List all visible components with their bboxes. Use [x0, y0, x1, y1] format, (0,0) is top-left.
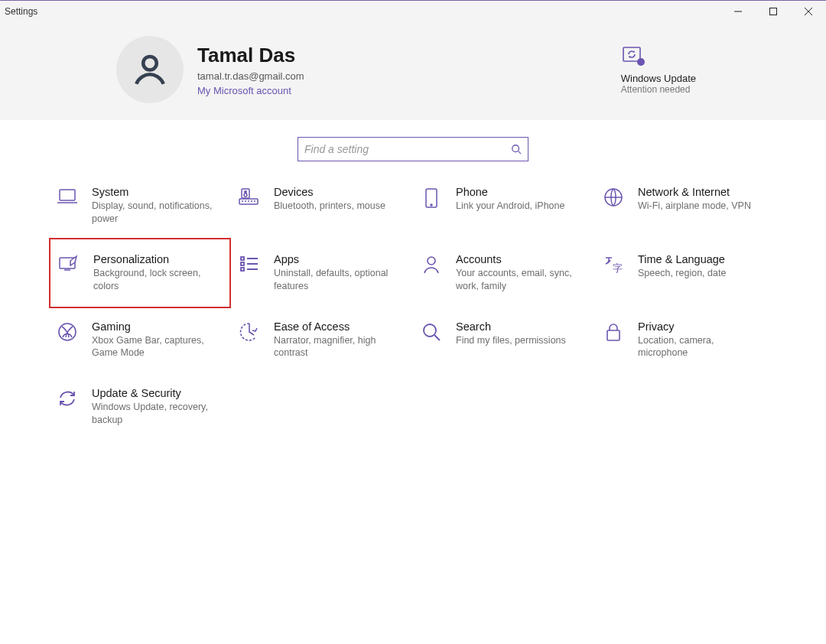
tile-desc: Your accounts, email, sync, work, family — [456, 267, 577, 293]
settings-header: Tamal Das tamal.tr.das@gmail.com My Micr… — [0, 22, 826, 120]
tile-desc: Narrator, magnifier, high contrast — [274, 334, 395, 360]
search-icon — [418, 320, 445, 342]
search-wrapper — [0, 120, 826, 184]
svg-point-4 — [512, 145, 519, 152]
tile-desc: Display, sound, notifications, power — [92, 200, 213, 226]
tile-title: System — [92, 186, 213, 198]
svg-rect-14 — [241, 257, 244, 260]
user-avatar[interactable] — [116, 36, 184, 103]
personalization-icon — [55, 253, 83, 273]
tile-title: Time & Language — [638, 253, 726, 265]
svg-point-3 — [637, 58, 645, 66]
xbox-icon — [54, 320, 81, 342]
tile-title: Apps — [274, 253, 395, 265]
svg-point-1 — [143, 57, 157, 70]
svg-text:字: 字 — [613, 262, 623, 274]
tile-gaming[interactable]: Gaming Xbox Game Bar, captures, Game Mod… — [49, 319, 231, 362]
globe-icon — [600, 186, 627, 207]
tile-title: Privacy — [638, 320, 759, 333]
tile-desc: Link your Android, iPhone — [456, 200, 564, 213]
minimize-button[interactable] — [720, 1, 756, 22]
maximize-button[interactable] — [756, 1, 791, 22]
tile-title: Network & Internet — [638, 186, 751, 198]
person-icon — [418, 253, 445, 275]
minimize-icon — [734, 8, 742, 15]
windows-update-subtitle: Attention needed — [621, 84, 696, 95]
user-block: Tamal Das tamal.tr.das@gmail.com My Micr… — [197, 44, 304, 96]
person-icon — [131, 50, 169, 89]
phone-icon — [418, 186, 445, 209]
tile-ease-of-access[interactable]: Ease of Access Narrator, magnifier, high… — [231, 319, 413, 362]
tile-update-security[interactable]: Update & Security Windows Update, recove… — [49, 385, 231, 428]
update-icon — [54, 387, 81, 408]
titlebar: Settings — [0, 1, 826, 22]
tile-desc: Background, lock screen, colors — [93, 267, 211, 293]
keyboard-speaker-icon — [236, 186, 263, 206]
svg-point-8 — [244, 194, 247, 197]
time-language-icon: 字 — [600, 253, 627, 275]
tile-devices[interactable]: Devices Bluetooth, printers, mouse — [231, 184, 413, 227]
close-icon — [805, 8, 812, 15]
sync-attention-icon — [621, 45, 696, 68]
tile-privacy[interactable]: Privacy Location, camera, microphone — [595, 319, 777, 362]
tile-title: Gaming — [92, 320, 213, 333]
window-title: Settings — [5, 6, 37, 17]
apps-list-icon — [236, 253, 263, 273]
svg-point-11 — [431, 204, 432, 206]
tile-desc: Wi-Fi, airplane mode, VPN — [638, 200, 751, 213]
tile-desc: Location, camera, microphone — [638, 334, 759, 360]
close-button[interactable] — [791, 1, 826, 22]
tile-network[interactable]: Network & Internet Wi-Fi, airplane mode,… — [595, 184, 777, 227]
svg-rect-5 — [60, 190, 75, 200]
svg-point-20 — [424, 324, 436, 337]
tile-title: Ease of Access — [274, 320, 395, 333]
svg-rect-21 — [607, 330, 620, 340]
tile-desc: Xbox Game Bar, captures, Game Mode — [92, 334, 213, 360]
tile-title: Personalization — [93, 253, 211, 265]
tile-personalization[interactable]: Personalization Background, lock screen,… — [49, 238, 231, 308]
tile-desc: Speech, region, date — [638, 267, 726, 280]
tile-search[interactable]: Search Find my files, permissions — [413, 319, 595, 362]
svg-rect-0 — [770, 8, 777, 15]
tile-phone[interactable]: Phone Link your Android, iPhone — [413, 184, 595, 227]
microsoft-account-link[interactable]: My Microsoft account — [197, 85, 304, 96]
tile-title: Search — [456, 320, 566, 333]
tile-time-language[interactable]: 字 Time & Language Speech, region, date — [595, 252, 777, 294]
tile-apps[interactable]: Apps Uninstall, defaults, optional featu… — [231, 252, 413, 294]
svg-point-17 — [428, 257, 435, 265]
settings-grid: System Display, sound, notifications, po… — [0, 184, 826, 428]
tile-desc: Bluetooth, printers, mouse — [274, 200, 385, 213]
tile-title: Devices — [274, 186, 385, 198]
tile-desc: Windows Update, recovery, backup — [92, 401, 213, 427]
windows-update-title: Windows Update — [621, 73, 696, 84]
tile-system[interactable]: System Display, sound, notifications, po… — [49, 184, 231, 227]
search-box[interactable] — [298, 137, 528, 161]
windows-update-card[interactable]: Windows Update Attention needed — [621, 45, 696, 95]
svg-rect-2 — [623, 47, 640, 61]
lock-icon — [600, 320, 627, 342]
svg-rect-16 — [241, 268, 244, 271]
laptop-icon — [54, 186, 81, 206]
svg-point-7 — [245, 191, 246, 193]
tile-title: Update & Security — [92, 387, 213, 399]
user-name: Tamal Das — [197, 44, 304, 67]
search-input[interactable] — [304, 143, 511, 155]
svg-rect-15 — [241, 262, 244, 265]
tile-title: Accounts — [456, 253, 577, 265]
ease-of-access-icon — [236, 320, 263, 342]
tile-accounts[interactable]: Accounts Your accounts, email, sync, wor… — [413, 252, 595, 294]
maximize-icon — [769, 8, 777, 15]
tile-desc: Find my files, permissions — [456, 334, 566, 347]
tile-title: Phone — [456, 186, 564, 198]
search-icon — [511, 144, 522, 154]
user-email: tamal.tr.das@gmail.com — [197, 70, 304, 82]
tile-desc: Uninstall, defaults, optional features — [274, 267, 395, 293]
